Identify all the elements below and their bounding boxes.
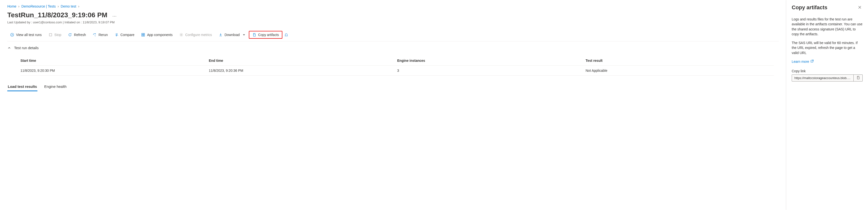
external-link-icon: [810, 59, 814, 64]
chevron-right-icon: ›: [18, 4, 20, 8]
svg-rect-3: [143, 33, 145, 34]
svg-rect-5: [143, 35, 145, 36]
rerun-icon: [93, 33, 96, 37]
toolbar: View all test runs Stop Refresh Rerun Co…: [7, 28, 779, 42]
col-start-time: Start time: [21, 59, 209, 62]
cell-engine-instances: 3: [397, 69, 586, 73]
result-tabs: Load test results Engine health: [7, 82, 779, 91]
chevron-right-icon: ›: [78, 4, 80, 8]
breadcrumb-resource[interactable]: DemoResource | Tests: [21, 4, 56, 8]
button-label: Download: [224, 33, 240, 37]
breadcrumb: Home › DemoResource | Tests › Demo test …: [7, 4, 779, 8]
app-components-button[interactable]: App components: [138, 31, 176, 38]
refresh-button[interactable]: Refresh: [65, 31, 89, 38]
notification-icon: [284, 33, 288, 37]
section-label: Test run details: [14, 46, 39, 50]
meta-line: Last Updated by : user1@contoso.com | In…: [7, 21, 779, 24]
download-button[interactable]: Download: [216, 31, 248, 38]
arrow-right-circle-icon: [10, 33, 14, 37]
page-title-row: TestRun_11/8/2023_9:19:06 PM …: [7, 11, 779, 19]
copy-link-label: Copy link: [792, 69, 863, 73]
test-run-details-toggle[interactable]: Test run details: [7, 46, 779, 50]
compare-icon: [115, 33, 119, 37]
panel-title: Copy artifacts: [792, 4, 828, 11]
svg-rect-7: [253, 34, 255, 36]
button-label: Rerun: [98, 33, 107, 37]
grid-icon: [141, 33, 145, 37]
col-test-result: Test result: [586, 59, 774, 62]
copy-icon: [252, 33, 256, 37]
sas-url-input[interactable]: [792, 75, 854, 81]
copy-artifacts-panel: Copy artifacts Logs and results files fo…: [786, 0, 868, 210]
learn-more-link[interactable]: Learn more: [792, 59, 814, 64]
chevron-up-icon: [7, 46, 11, 50]
table-row: 11/8/2023, 9:20:30 PM 11/8/2023, 9:20:36…: [21, 66, 774, 76]
overflow-button[interactable]: [283, 31, 289, 38]
chevron-right-icon: ›: [58, 4, 59, 8]
page-title: TestRun_11/8/2023_9:19:06 PM: [7, 11, 107, 19]
cell-end-time: 11/8/2023, 9:20:36 PM: [209, 69, 397, 73]
configure-metrics-button: Configure metrics: [177, 31, 215, 38]
refresh-icon: [68, 33, 72, 37]
close-panel-button[interactable]: [857, 4, 863, 11]
button-label: View all test runs: [16, 33, 42, 37]
tab-engine-health[interactable]: Engine health: [44, 82, 67, 91]
cell-test-result: Not Applicable: [586, 69, 774, 73]
panel-header: Copy artifacts: [792, 4, 863, 11]
button-label: Configure metrics: [185, 33, 212, 37]
more-actions-button[interactable]: …: [110, 12, 119, 19]
details-table: Start time End time Engine instances Tes…: [7, 56, 779, 76]
chevron-down-icon: [243, 34, 245, 35]
panel-body: Logs and results files for the test run …: [792, 17, 863, 81]
copy-artifacts-button[interactable]: Copy artifacts: [249, 31, 282, 39]
svg-rect-8: [857, 77, 859, 79]
table-header-row: Start time End time Engine instances Tes…: [21, 56, 774, 66]
view-all-test-runs-button[interactable]: View all test runs: [7, 31, 45, 38]
copy-icon: [856, 76, 860, 80]
cell-start-time: 11/8/2023, 9:20:30 PM: [21, 69, 209, 73]
col-engine-instances: Engine instances: [397, 59, 586, 62]
rerun-button[interactable]: Rerun: [90, 31, 111, 38]
button-label: Refresh: [74, 33, 86, 37]
svg-point-6: [181, 34, 182, 35]
panel-description-2: The SAS URL will be valid for 60 minutes…: [792, 41, 863, 55]
button-label: App components: [147, 33, 173, 37]
main-content: Home › DemoResource | Tests › Demo test …: [0, 0, 786, 210]
close-icon: [858, 5, 862, 10]
stop-icon: [49, 33, 53, 37]
tab-load-test-results[interactable]: Load test results: [7, 82, 37, 91]
svg-rect-1: [49, 33, 52, 36]
copy-url-button[interactable]: [854, 75, 862, 81]
compare-button[interactable]: Compare: [112, 31, 137, 38]
svg-point-0: [11, 33, 14, 36]
col-end-time: End time: [209, 59, 397, 62]
breadcrumb-home[interactable]: Home: [7, 4, 16, 8]
button-label: Stop: [55, 33, 61, 37]
stop-button: Stop: [46, 31, 64, 38]
breadcrumb-test[interactable]: Demo test: [61, 4, 76, 8]
svg-rect-4: [142, 35, 143, 36]
gear-icon: [179, 33, 183, 37]
svg-rect-2: [142, 33, 143, 34]
button-label: Compare: [121, 33, 135, 37]
link-label: Learn more: [792, 60, 809, 63]
panel-description-1: Logs and results files for the test run …: [792, 17, 863, 36]
button-label: Copy artifacts: [258, 33, 279, 37]
copy-link-field: [792, 75, 863, 81]
download-icon: [219, 33, 223, 37]
